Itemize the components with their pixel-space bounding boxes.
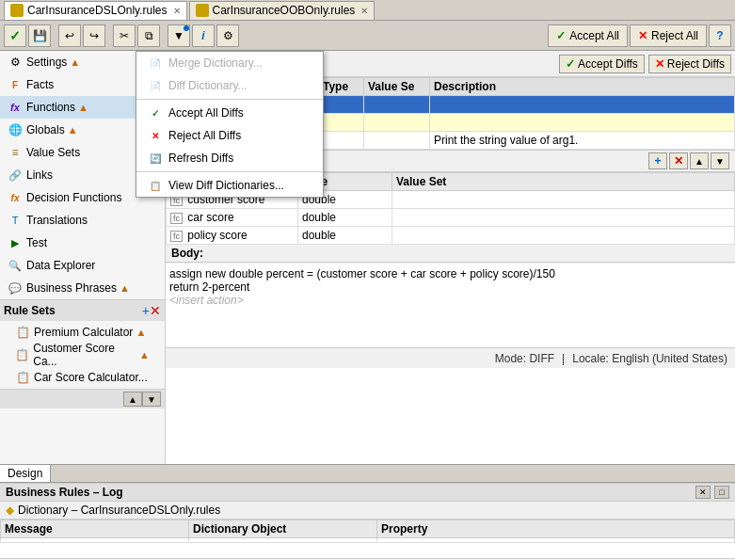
log-header: Business Rules – Log ✕ □ xyxy=(0,484,735,502)
tab-oob-close[interactable]: ✕ xyxy=(360,6,368,16)
log-maximize-button[interactable]: □ xyxy=(714,486,729,499)
arg-valueset-2 xyxy=(392,227,735,245)
menu-diff-label: Diff Dictionary... xyxy=(168,79,248,92)
check-button[interactable]: ✓ xyxy=(4,24,26,47)
accept-all-button[interactable]: ✓ Accept All xyxy=(548,24,628,47)
save-button[interactable]: 💾 xyxy=(28,24,51,47)
log-col-message: Message xyxy=(1,520,189,538)
help-button[interactable]: ? xyxy=(709,24,731,47)
menu-sep-2 xyxy=(136,171,323,172)
menu-merge-label: Merge Dictionary... xyxy=(168,56,263,70)
ruleset-premium-calculator[interactable]: 📋 Premium Calculator ▲ xyxy=(0,321,165,344)
menu-reject-all-label: Reject All Diffs xyxy=(168,129,241,142)
sidebar-links-label: Links xyxy=(26,168,53,182)
copy-button[interactable]: ⧉ xyxy=(137,24,160,47)
ruleset2-warn-icon: ▲ xyxy=(139,349,150,360)
func-desc-0 xyxy=(430,96,735,114)
ruleset-icon-3: 📋 xyxy=(15,370,30,385)
body-line-1: return 2-percent xyxy=(169,280,731,294)
sidebar-explore-label: Data Explorer xyxy=(26,259,95,272)
cut-button[interactable]: ✂ xyxy=(113,24,136,47)
globe-icon: 🌐 xyxy=(8,122,23,137)
menu-item-refresh-diffs[interactable]: 🔄 Refresh Diffs xyxy=(136,147,323,169)
ruleset-car-score[interactable]: 📋 Car Score Calculator... xyxy=(0,366,165,389)
body-line-0: assign new double percent = (customer sc… xyxy=(169,267,731,280)
ruleset-customer-score[interactable]: 📋 Customer Score Ca... ▲ xyxy=(0,344,165,366)
ruleset1-warn-icon: ▲ xyxy=(136,327,146,338)
sidebar-item-translations[interactable]: T Translations xyxy=(0,209,165,232)
decision-icon: fx xyxy=(8,190,23,205)
main-toolbar: ✓ 💾 ↩ ↪ ✂ ⧉ ▼ i ⚙ ✓ Accept All ✕ Reject … xyxy=(0,21,735,51)
move-down-arg-button[interactable]: ▼ xyxy=(711,152,729,169)
arrow-down-button[interactable]: ▼ xyxy=(168,24,190,47)
log-empty-0 xyxy=(1,538,189,543)
func-valueset-1 xyxy=(364,114,430,132)
tab-oob-label: CarInsuranceOOBOnly.rules xyxy=(213,4,356,17)
log-title: Business Rules – Log xyxy=(6,486,123,499)
settings-button[interactable]: ⚙ xyxy=(216,24,239,47)
mode-label: Mode: DIFF xyxy=(495,352,554,365)
menu-item-reject-all-diffs[interactable]: ✕ Reject All Diffs xyxy=(136,124,323,147)
reject-diffs-label: Reject Diffs xyxy=(667,57,725,71)
sidebar-phrases-label: Business Phrases xyxy=(26,281,117,295)
log-empty-1 xyxy=(189,538,377,543)
arg-name-2: fc policy score xyxy=(167,227,298,245)
settings-warn-icon: ▲ xyxy=(70,56,80,68)
ruleset-label-3: Car Score Calculator... xyxy=(34,371,148,384)
log-empty-row xyxy=(1,538,735,543)
sidebar-item-business-phrases[interactable]: 💬 Business Phrases ▲ xyxy=(0,277,165,299)
explore-icon: 🔍 xyxy=(8,258,23,273)
main-layout: ⚙ Settings ▲ F Facts fx Functions ▲ 🌐 Gl… xyxy=(0,51,735,464)
move-up-arg-button[interactable]: ▲ xyxy=(690,152,709,169)
body-header: Body: xyxy=(166,245,735,263)
arg-row-2[interactable]: fc policy score double xyxy=(167,227,735,245)
reject-all-label: Reject All xyxy=(651,29,698,42)
add-arg-button[interactable]: + xyxy=(648,152,667,169)
scroll-up-button[interactable]: ▲ xyxy=(123,392,142,407)
tab-dsl-close[interactable]: ✕ xyxy=(173,6,181,16)
remove-arg-button[interactable]: ✕ xyxy=(669,152,688,169)
reject-diffs-icon: ✕ xyxy=(655,57,664,71)
menu-item-merge-dict[interactable]: 📄 Merge Dictionary... xyxy=(136,52,323,74)
accept-diffs-icon: ✓ xyxy=(566,57,575,71)
func-valueset-2 xyxy=(364,132,430,150)
body-line-2: <insert action> xyxy=(169,294,731,307)
arg-row-1[interactable]: fc car score double xyxy=(167,209,735,227)
sidebar-valuesets-label: Value Sets xyxy=(26,146,80,159)
scroll-down-button[interactable]: ▼ xyxy=(142,392,161,407)
tab-dsl-label: CarInsuranceDSLOnly.rules xyxy=(27,4,168,17)
log-dict-icon: ◆ xyxy=(6,504,14,517)
sidebar-item-data-explorer[interactable]: 🔍 Data Explorer xyxy=(0,254,165,277)
menu-item-diff-dict[interactable]: 📄 Diff Dictionary... xyxy=(136,74,323,97)
diff-dict-icon: 📄 xyxy=(148,78,163,93)
undo-button[interactable]: ↩ xyxy=(58,24,81,47)
gear-icon: ⚙ xyxy=(8,55,23,70)
log-col-dict-obj: Dictionary Object xyxy=(189,520,377,538)
info-button[interactable]: i xyxy=(192,24,215,47)
tab-dsl-icon xyxy=(10,4,24,17)
menu-item-accept-all-diffs[interactable]: ✓ Accept All Diffs xyxy=(136,102,323,124)
ruleset-icon-1: 📋 xyxy=(15,325,30,340)
reject-diffs-button[interactable]: ✕ Reject Diffs xyxy=(648,55,731,73)
body-area[interactable]: assign new double percent = (customer sc… xyxy=(166,263,735,347)
rule-sets-header: Rule Sets + ✕ xyxy=(0,299,165,321)
tab-dsl[interactable]: CarInsuranceDSLOnly.rules ✕ xyxy=(4,1,187,20)
design-tab[interactable]: Design xyxy=(0,465,51,482)
arg-valueset-0 xyxy=(392,191,735,209)
remove-ruleset-button[interactable]: ✕ xyxy=(150,303,161,318)
log-minimize-button[interactable]: ✕ xyxy=(695,486,711,499)
reject-all-button[interactable]: ✕ Reject All xyxy=(630,24,707,47)
sidebar-translations-label: Translations xyxy=(26,214,88,227)
body-label: Body: xyxy=(171,247,203,260)
accept-diffs-button[interactable]: ✓ Accept Diffs xyxy=(559,55,645,73)
add-ruleset-button[interactable]: + xyxy=(142,303,150,318)
arg-name-1: fc car score xyxy=(167,209,298,227)
menu-item-view-diff-dicts[interactable]: 📋 View Diff Dictionaries... xyxy=(136,174,323,197)
refresh-diffs-icon: 🔄 xyxy=(148,151,163,166)
tab-oob[interactable]: CarInsuranceOOBOnly.rules ✕ xyxy=(189,1,375,20)
sidebar-item-test[interactable]: ▶ Test xyxy=(0,232,165,254)
log-empty-2 xyxy=(377,538,735,543)
merge-dict-icon: 📄 xyxy=(148,56,163,71)
redo-button[interactable]: ↪ xyxy=(83,24,105,47)
accept-diffs-label: Accept Diffs xyxy=(578,57,638,71)
